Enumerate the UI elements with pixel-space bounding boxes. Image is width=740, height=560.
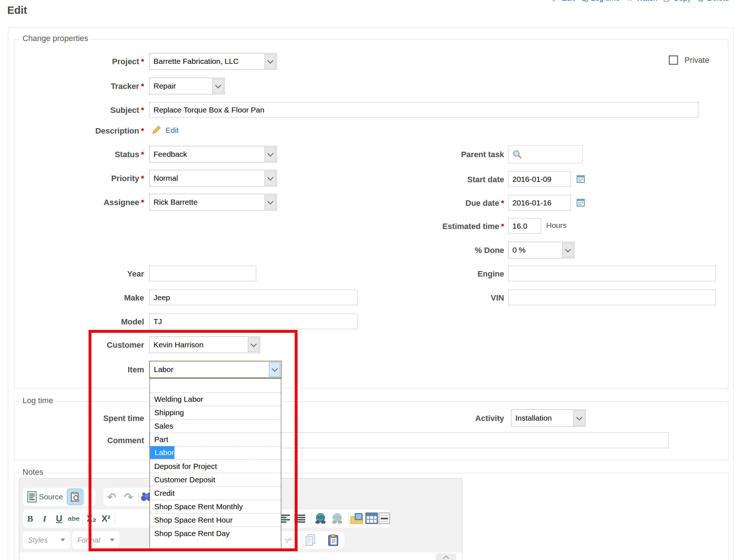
page-title: Edit	[7, 4, 27, 16]
source-document-icon	[27, 491, 37, 503]
vin-label: VIN	[359, 292, 504, 304]
priority-select-value: Normal	[154, 174, 178, 183]
image-icon[interactable]	[350, 512, 363, 525]
private-checkbox[interactable]	[669, 56, 678, 65]
private-label: Private	[684, 54, 740, 66]
delete-link-label: Delete	[707, 0, 729, 3]
project-select[interactable]: Barrette Fabrication, LLC	[149, 53, 277, 70]
item-dropdown-option[interactable]	[150, 379, 281, 392]
star-icon	[626, 0, 634, 2]
underline-button[interactable]: U	[52, 511, 66, 526]
redo-button[interactable]: ↷	[120, 491, 137, 503]
copy-link[interactable]: Copy	[663, 0, 691, 3]
parent-task-label: Parent task	[359, 149, 504, 160]
search-icon	[512, 150, 522, 159]
item-dropdown-option[interactable]: Labor	[150, 446, 175, 459]
watch-link-label: Watch	[636, 0, 658, 3]
start-date-input[interactable]: 2016-01-09	[508, 171, 571, 187]
styles-dropdown[interactable]: Styles	[23, 531, 70, 549]
log-time-link[interactable]: Log time	[581, 0, 620, 3]
subscript-button[interactable]: X₂	[84, 511, 99, 526]
preview-button[interactable]	[67, 489, 83, 505]
italic-button[interactable]: I	[37, 511, 52, 526]
item-dropdown-option[interactable]: Shop Space Rent Day	[150, 527, 281, 540]
calendar-icon[interactable]	[576, 198, 585, 207]
item-dropdown-option[interactable]: Deposit for Project	[150, 459, 281, 473]
bold-button[interactable]: B	[23, 511, 37, 526]
watch-link[interactable]: Watch	[626, 0, 658, 3]
clock-plus-icon	[581, 0, 589, 2]
item-dropdown-option[interactable]: Shipping	[150, 406, 281, 419]
model-label: Model	[6, 316, 144, 328]
chevron-down-icon	[61, 539, 65, 541]
chevron-down-icon	[265, 147, 276, 162]
assignee-label: Assignee*	[6, 197, 144, 208]
chevron-down-icon	[265, 54, 276, 69]
edit-link[interactable]: Edit	[552, 0, 575, 3]
model-input[interactable]: TJ	[149, 314, 357, 329]
chevron-down-icon	[269, 362, 280, 377]
item-dropdown: Welding LaborShippingSalesPartLaborHours…	[150, 378, 281, 549]
parent-task-input[interactable]	[508, 145, 583, 163]
status-label: Status*	[6, 149, 144, 160]
description-edit-link[interactable]: Edit	[165, 126, 179, 135]
superscript-button[interactable]: X²	[99, 511, 113, 526]
item-dropdown-option[interactable]: Part	[150, 433, 281, 446]
status-select[interactable]: Feedback	[149, 146, 277, 163]
due-date-input[interactable]: 2016-01-16	[508, 195, 571, 210]
estimated-time-input[interactable]: 16.0	[508, 218, 541, 234]
customer-select[interactable]: Kevin Harrison	[149, 336, 260, 353]
table-icon[interactable]	[365, 512, 378, 524]
item-dropdown-option[interactable]: Shop Space Rent Hour	[150, 513, 281, 527]
item-label: Item	[6, 364, 144, 376]
paste-clipboard-icon[interactable]	[328, 534, 339, 546]
strikethrough-button[interactable]: abe	[66, 511, 81, 526]
format-dropdown[interactable]: Format	[72, 531, 119, 549]
priority-select[interactable]: Normal	[149, 170, 277, 187]
model-input-value: TJ	[154, 317, 162, 326]
calendar-icon[interactable]	[576, 175, 585, 183]
editor-content-area[interactable]	[20, 552, 462, 560]
start-date-label: Start date	[359, 174, 504, 185]
unlink-icon[interactable]	[331, 512, 344, 525]
year-input[interactable]	[149, 266, 256, 281]
make-input[interactable]: Jeep	[149, 290, 357, 305]
horizontal-rule-icon[interactable]	[379, 512, 390, 524]
tracker-label: Tracker*	[6, 81, 144, 92]
subject-input[interactable]: Replace Torque Box & Floor Pan	[149, 102, 698, 118]
chevron-down-icon	[573, 410, 585, 426]
estimated-time-value: 16.0	[512, 222, 527, 230]
item-select[interactable]: Labor	[149, 361, 282, 378]
vin-input[interactable]	[508, 290, 716, 305]
percent-done-select[interactable]: 0 %	[508, 242, 575, 258]
link-icon[interactable]	[314, 512, 327, 525]
delete-link[interactable]: Delete	[697, 0, 729, 3]
activity-select[interactable]: Installation	[511, 409, 586, 427]
status-select-value: Feedback	[154, 150, 187, 159]
copy-doc-icon[interactable]	[305, 534, 316, 546]
item-dropdown-option[interactable]: Credit	[150, 486, 281, 500]
item-dropdown-option[interactable]: Welding Labor	[150, 392, 281, 406]
make-input-value: Jeep	[154, 293, 170, 302]
item-dropdown-option[interactable]: Shop Space Rent Monthly	[150, 500, 281, 513]
start-date-value: 2016-01-09	[512, 175, 551, 184]
toolbar-separator	[348, 513, 348, 524]
source-button[interactable]: Source	[39, 492, 63, 501]
item-dropdown-option[interactable]: Customer Deposit	[150, 473, 281, 486]
engine-input[interactable]	[508, 266, 716, 281]
spent-time-label: Spent time	[6, 413, 144, 424]
tracker-select[interactable]: Repair	[149, 78, 225, 94]
issue-toolbar: Edit Log time Watch Copy Delete	[552, 0, 729, 3]
chevron-down-icon	[110, 539, 114, 541]
copy-link-label: Copy	[673, 0, 691, 3]
toolbar-collapse-button[interactable]	[436, 553, 456, 560]
assignee-select[interactable]: Rick Barrette	[149, 194, 277, 210]
cut-button[interactable]: ✂	[283, 533, 295, 547]
log-time-legend: Log time	[20, 396, 56, 405]
item-dropdown-option[interactable]: Sales	[150, 419, 281, 433]
change-properties-legend: Change properties	[20, 34, 91, 43]
preview-icon	[70, 492, 80, 502]
justify-icon[interactable]	[294, 514, 305, 523]
activity-select-value: Installation	[515, 414, 552, 422]
undo-button[interactable]: ↶	[103, 491, 120, 503]
